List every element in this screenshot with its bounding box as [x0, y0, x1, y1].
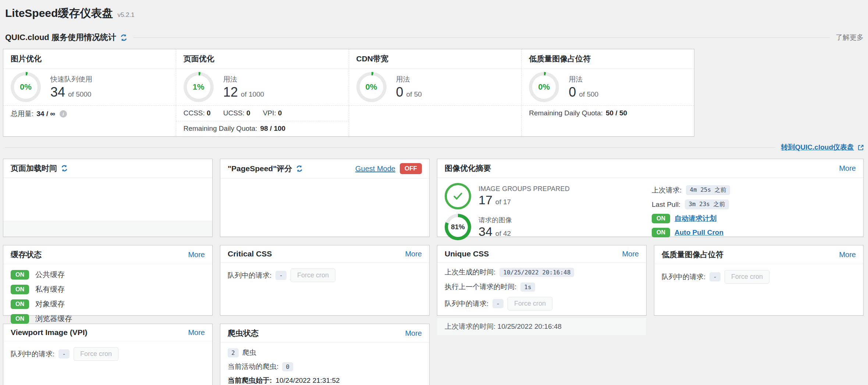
- empty-row: [349, 105, 522, 121]
- usage-card-image-optimization: 图片优化 0% 快速队列使用 34of 5000 总用量: 34 / ∞ i: [3, 49, 176, 136]
- usage-limit: of 1000: [241, 90, 264, 98]
- queued-requests-label: 队列中的请求:: [228, 271, 271, 280]
- pagespeed-body: [220, 179, 429, 237]
- last-request-row: 上次请求: 4m 25s 之前: [652, 185, 856, 195]
- page-opt-quota-row: Remaining Daily Quota: 98 / 100: [176, 121, 349, 136]
- on-badge: ON: [11, 270, 29, 280]
- usage-gauge-percent: 0%: [14, 75, 38, 99]
- quic-section-header: QUIC.cloud 服务使用情况统计 了解更多: [5, 32, 864, 43]
- more-link[interactable]: More: [188, 251, 205, 259]
- more-link[interactable]: More: [839, 251, 856, 259]
- auto-pull-row: ON Auto Pull Cron: [652, 228, 856, 237]
- card-critical-css: Critical CSS More 队列中的请求: - Force cron: [220, 245, 430, 316]
- refresh-icon[interactable]: [61, 165, 68, 172]
- card-title: "PageSpeed"评分: [228, 163, 355, 174]
- usage-used: 12: [223, 84, 238, 100]
- active-crawler-value: 0: [282, 362, 293, 371]
- card-title: Viewport Image (VPI): [11, 328, 188, 337]
- active-crawler-label: 当前活动的爬虫:: [228, 362, 278, 371]
- quic-section-title: QUIC.cloud 服务使用情况统计: [5, 32, 116, 43]
- guest-mode-link[interactable]: Guest Mode: [355, 165, 395, 173]
- usage-card-title: 页面优化: [176, 49, 349, 69]
- groups-label: IMAGE GROUPS PREPARED: [479, 185, 570, 193]
- usage-card-title: CDN带宽: [349, 49, 522, 69]
- force-cron-button[interactable]: Force cron: [74, 347, 118, 361]
- auto-pull-cron-link[interactable]: Auto Pull Cron: [675, 229, 723, 237]
- usage-gauge: 0%: [356, 72, 387, 102]
- usage-gauge: 1%: [184, 72, 214, 102]
- last-duration-value: 1s: [520, 283, 535, 292]
- divider: [5, 147, 775, 148]
- quic-dashboard-link[interactable]: 转到QUIC.cloud仪表盘: [781, 143, 854, 152]
- usage-card-cdn-bandwidth: CDN带宽 0% 用法 0of 50: [349, 49, 522, 136]
- more-link[interactable]: More: [405, 329, 422, 338]
- queued-requests-row: 队列中的请求: - Force cron: [662, 270, 856, 284]
- usage-used: 0: [569, 84, 576, 100]
- usage-limit: of 5000: [68, 90, 91, 98]
- usage-label: 用法: [569, 75, 598, 84]
- more-link[interactable]: More: [622, 250, 639, 258]
- requested-images-gauge: 81%: [445, 214, 471, 240]
- usage-limit: of 50: [406, 90, 422, 98]
- last-pull-row: Last Pull: 3m 23s 之前: [652, 199, 856, 209]
- last-request-value: 4m 25s 之前: [686, 185, 730, 195]
- more-link[interactable]: More: [188, 328, 205, 337]
- stat-label: UCSS:: [223, 109, 245, 117]
- learn-more-link[interactable]: 了解更多: [836, 33, 864, 42]
- cache-item-label: 对象缓存: [35, 299, 65, 309]
- usage-gauge: 0%: [11, 72, 41, 102]
- force-cron-button[interactable]: Force cron: [725, 270, 769, 284]
- last-request-label: 上次请求:: [652, 186, 682, 195]
- on-badge: ON: [652, 214, 670, 223]
- cache-item-label: 私有缓存: [35, 284, 65, 294]
- card-cache-status: 缓存状态 More ON 公共缓存 ON 私有缓存 ON 对象缓存 ON: [3, 245, 213, 316]
- quota-value: 50 / 50: [606, 109, 627, 117]
- page-title: LiteSpeed缓存仪表盘: [5, 6, 113, 21]
- cache-item-label: 浏览器缓存: [35, 314, 72, 324]
- last-duration-label: 执行上一个请求的时间:: [445, 282, 516, 292]
- auto-request-row: ON 自动请求计划: [652, 214, 856, 223]
- card-title: Unique CSS: [445, 249, 622, 258]
- crawler-count-badge: 2: [228, 348, 239, 357]
- more-link[interactable]: More: [405, 250, 422, 258]
- last-generated-label: 上次生成的时间:: [445, 267, 495, 277]
- info-icon[interactable]: i: [60, 110, 67, 118]
- requested-gauge-percent: 81%: [448, 217, 468, 237]
- guest-mode-off-badge: OFF: [400, 163, 422, 174]
- groups-limit: of 17: [495, 198, 511, 206]
- usage-card-title: 低质量图像占位符: [522, 49, 694, 69]
- total-usage-value: 34 / ∞: [36, 110, 55, 118]
- requested-label: 请求的图像: [479, 216, 512, 224]
- usage-gauge-percent: 1%: [187, 75, 210, 99]
- refresh-icon[interactable]: [296, 165, 303, 172]
- force-cron-button[interactable]: Force cron: [291, 269, 335, 282]
- stat-value: 0: [207, 109, 211, 117]
- cache-status-item: ON 浏览器缓存: [11, 314, 205, 324]
- on-badge: ON: [11, 299, 29, 309]
- card-page-load-time: 页面加载时间: [3, 159, 213, 237]
- stat-label: VPI:: [263, 109, 276, 117]
- page-load-time-body: [3, 178, 212, 221]
- refresh-icon[interactable]: [120, 34, 128, 42]
- crawler-count-label: 爬虫: [242, 348, 256, 357]
- crawler-started-label: 当前爬虫始于:: [228, 376, 272, 385]
- card-image-optimization-summary: 图像优化摘要 More IMAGE GROUPS PREPARED 17of 1…: [437, 159, 864, 237]
- more-link[interactable]: More: [839, 164, 856, 173]
- queued-requests-label: 队列中的请求:: [445, 299, 488, 309]
- force-cron-button[interactable]: Force cron: [508, 297, 552, 310]
- card-title: 图像优化摘要: [445, 163, 839, 173]
- card-title: 爬虫状态: [228, 328, 405, 338]
- card-lqip: 低质量图像占位符 More 队列中的请求: - Force cron: [654, 245, 864, 316]
- usage-label: 快速队列使用: [50, 75, 92, 84]
- auto-request-cron-link[interactable]: 自动请求计划: [675, 214, 716, 223]
- queued-requests-value: -: [492, 299, 504, 308]
- last-generated-value: 10/25/2022 20:16:48: [499, 268, 574, 277]
- plugin-version: v5.2.1: [117, 11, 134, 19]
- crawler-started-value: 10/24/2022 21:31:52: [275, 377, 339, 385]
- card-crawler-status: 爬虫状态 More 2 爬虫 当前活动的爬虫: 0 当前爬虫始于: 10/24/…: [220, 324, 430, 385]
- cache-status-item: ON 对象缓存: [11, 299, 205, 309]
- card-unique-css: Unique CSS More 上次生成的时间: 10/25/2022 20:1…: [437, 245, 647, 316]
- card-title: 页面加载时间: [11, 163, 205, 173]
- usage-gauge-percent: 0%: [532, 75, 556, 99]
- requested-limit: of 42: [495, 230, 511, 237]
